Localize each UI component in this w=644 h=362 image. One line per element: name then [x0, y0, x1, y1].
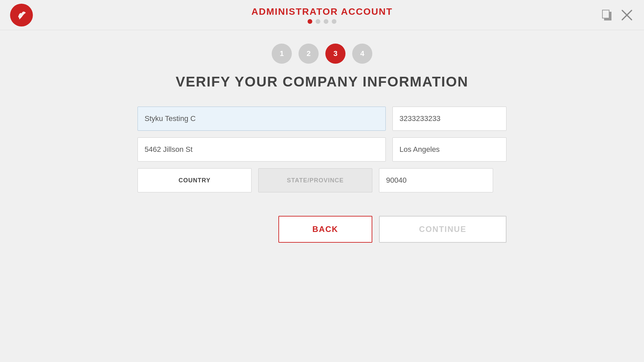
zip-input[interactable] [379, 168, 493, 192]
header-dot-1 [308, 19, 312, 24]
logo-container [10, 4, 33, 26]
company-name-input[interactable] [138, 107, 386, 131]
header: ADMINISTRATOR ACCOUNT [0, 0, 644, 30]
city-input[interactable] [392, 137, 506, 162]
page-title: VERIFY YOUR COMPANY INFORMATION [176, 74, 469, 90]
close-button[interactable] [620, 8, 634, 22]
close-icon [621, 9, 633, 21]
step-1: 1 [272, 44, 292, 64]
logo [10, 4, 33, 26]
header-dot-2 [316, 19, 320, 24]
country-label: COUNTRY [178, 177, 210, 184]
address-input[interactable] [138, 137, 386, 162]
form-container: COUNTRY STATE/PROVINCE [138, 107, 506, 199]
step-2: 2 [299, 44, 319, 64]
form-row-1 [138, 107, 506, 131]
main-content: 1 2 3 4 VERIFY YOUR COMPANY INFORMATION … [0, 30, 644, 362]
step-4: 4 [352, 44, 372, 64]
country-select[interactable]: COUNTRY [138, 168, 252, 192]
header-dot-4 [332, 19, 336, 24]
back-button[interactable]: BACK [278, 216, 372, 243]
bottom-section: BACK CONTINUE [138, 216, 506, 243]
header-actions [600, 8, 634, 22]
form-row-3: COUNTRY STATE/PROVINCE [138, 168, 506, 192]
copy-button[interactable] [600, 8, 614, 22]
step-indicators: 1 2 3 4 [272, 44, 372, 64]
header-dot-3 [324, 19, 328, 24]
step-3: 3 [325, 44, 345, 64]
copy-icon [602, 10, 611, 20]
form-row-2 [138, 137, 506, 162]
header-dots [308, 19, 336, 24]
continue-button[interactable]: CONTINUE [379, 216, 506, 243]
state-select[interactable]: STATE/PROVINCE [258, 168, 372, 192]
header-center: ADMINISTRATOR ACCOUNT [251, 6, 392, 24]
header-title: ADMINISTRATOR ACCOUNT [251, 6, 392, 17]
phone-input[interactable] [392, 107, 506, 131]
state-label: STATE/PROVINCE [287, 177, 343, 184]
